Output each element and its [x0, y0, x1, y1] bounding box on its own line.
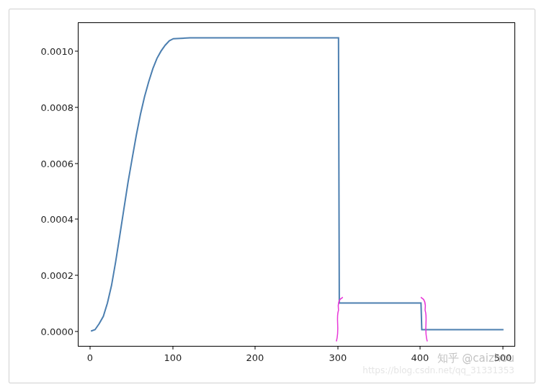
x-tick-mark: [338, 347, 339, 349]
x-tick-mark: [503, 347, 504, 349]
x-tick-label: 200: [241, 352, 269, 363]
x-tick-label: 100: [159, 352, 187, 363]
x-tick-label: 500: [489, 352, 517, 363]
y-tick-label: 0.0010: [23, 46, 73, 57]
y-tick-label: 0.0000: [23, 326, 73, 337]
data-line: [91, 38, 504, 331]
x-tick-mark: [90, 347, 91, 349]
annotation-bracket-left: [336, 298, 343, 342]
watermark-url: https://blog.csdn.net/qq_31331353: [362, 365, 514, 375]
y-tick-mark: [75, 275, 78, 276]
y-tick-mark: [75, 107, 78, 108]
x-tick-mark: [420, 347, 421, 349]
plot-area: [78, 22, 515, 347]
x-tick-mark: [173, 347, 174, 349]
y-tick-mark: [75, 51, 78, 52]
y-tick-label: 0.0002: [23, 270, 73, 281]
y-tick-label: 0.0004: [23, 214, 73, 225]
x-tick-label: 400: [406, 352, 434, 363]
y-tick-mark: [75, 164, 78, 164]
y-tick-mark: [75, 219, 78, 220]
x-tick-label: 300: [324, 352, 352, 363]
x-tick-mark: [255, 347, 256, 349]
y-tick-mark: [75, 331, 78, 332]
x-tick-label: 0: [76, 352, 104, 363]
y-tick-label: 0.0008: [23, 102, 73, 113]
chart-svg: [79, 23, 516, 347]
y-tick-label: 0.0006: [23, 159, 73, 169]
chart-container: 0.0000 0.0002 0.0004 0.0006 0.0008 0.001…: [9, 9, 535, 383]
